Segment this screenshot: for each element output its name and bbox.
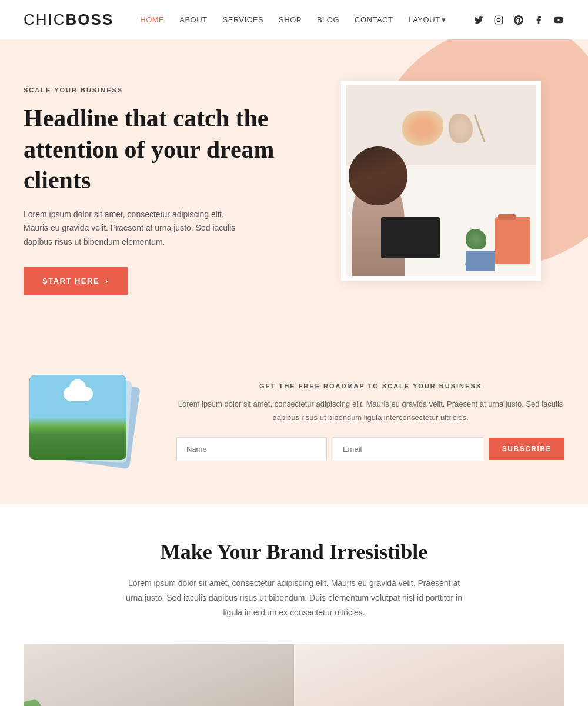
youtube-icon[interactable] (553, 14, 564, 26)
art-blob-1 (402, 111, 443, 146)
social-icons (473, 14, 564, 26)
hero-content: SCALE YOUR BUSINESS Headline that catch … (24, 75, 564, 295)
logo: CHICBOSS (24, 11, 113, 29)
envelope (466, 251, 495, 271)
hero-text: SCALE YOUR BUSINESS Headline that catch … (24, 75, 318, 295)
card-right-scene: note (294, 644, 564, 706)
nav-contact[interactable]: CONTACT (355, 15, 393, 24)
desk-scene (346, 85, 536, 276)
hero-photo (341, 81, 541, 281)
twitter-icon[interactable] (473, 14, 485, 26)
name-input[interactable] (176, 437, 327, 461)
pinterest-icon[interactable] (513, 14, 524, 26)
subscribe-section: GET THE FREE ROADMAP TO SCALE YOUR BUSIN… (0, 345, 588, 504)
nav-blog[interactable]: BLOG (317, 15, 339, 24)
nav-shop[interactable]: SHOP (279, 15, 302, 24)
start-here-button[interactable]: START HERE › (24, 267, 128, 295)
header: CHICBOSS HOME ABOUT SERVICES SHOP BLOG C… (0, 0, 588, 39)
brand-description: Lorem ipsum dolor sit amet, consectetur … (123, 576, 465, 621)
subscribe-button[interactable]: SUBSCRIBE (489, 438, 564, 460)
brand-title: Make Your Brand Irresistible (24, 540, 564, 564)
art-blob-2 (449, 114, 473, 143)
card-leaf (24, 698, 58, 706)
subscribe-description: Lorem ipsum dolor sit amet, consectetur … (176, 398, 564, 424)
art-stroke (473, 114, 485, 142)
card-row: note (24, 644, 564, 706)
hero-description: Lorem ipsum dolor sit amet, consectetur … (24, 208, 247, 249)
email-input[interactable] (333, 437, 483, 461)
hero-tag: SCALE YOUR BUSINESS (24, 86, 318, 94)
tablet-graphic (24, 369, 153, 475)
subscribe-form: SUBSCRIBE (176, 437, 564, 461)
salmon-folder (495, 217, 530, 264)
nav-layout[interactable]: LAYOUT ▾ (408, 15, 446, 24)
card-left (24, 644, 294, 706)
hero-image-wrapper (341, 75, 564, 281)
card-right: note (294, 644, 564, 706)
desk-area (346, 165, 536, 276)
svg-point-1 (497, 18, 500, 21)
facebook-icon[interactable] (533, 14, 544, 26)
svg-point-2 (500, 17, 501, 18)
main-nav: HOME ABOUT SERVICES SHOP BLOG CONTACT LA… (140, 15, 446, 24)
logo-chic: CHIC (24, 11, 66, 28)
tablet-screen (29, 375, 126, 460)
arrow-icon: › (105, 277, 109, 285)
svg-rect-0 (495, 16, 502, 24)
folder-flap (498, 214, 516, 220)
nav-services[interactable]: SERVICES (223, 15, 264, 24)
hero-headline: Headline that catch the attention of you… (24, 103, 318, 196)
subscribe-tag: GET THE FREE ROADMAP TO SCALE YOUR BUSIN… (176, 382, 564, 389)
instagram-icon[interactable] (493, 14, 505, 26)
subscribe-content: GET THE FREE ROADMAP TO SCALE YOUR BUSIN… (176, 382, 564, 461)
laptop-device (381, 217, 440, 258)
nav-home[interactable]: HOME (140, 15, 164, 24)
person-hair (349, 146, 407, 205)
tablet-cloud (64, 387, 93, 401)
chevron-down-icon: ▾ (442, 15, 446, 24)
card-left-scene (24, 644, 294, 706)
logo-boss: BOSS (66, 11, 114, 28)
hero-section: SCALE YOUR BUSINESS Headline that catch … (0, 39, 588, 345)
brand-section: Make Your Brand Irresistible Lorem ipsum… (0, 504, 588, 706)
plant-leaves (466, 229, 486, 249)
nav-about[interactable]: ABOUT (179, 15, 207, 24)
tablet-device (29, 375, 126, 460)
